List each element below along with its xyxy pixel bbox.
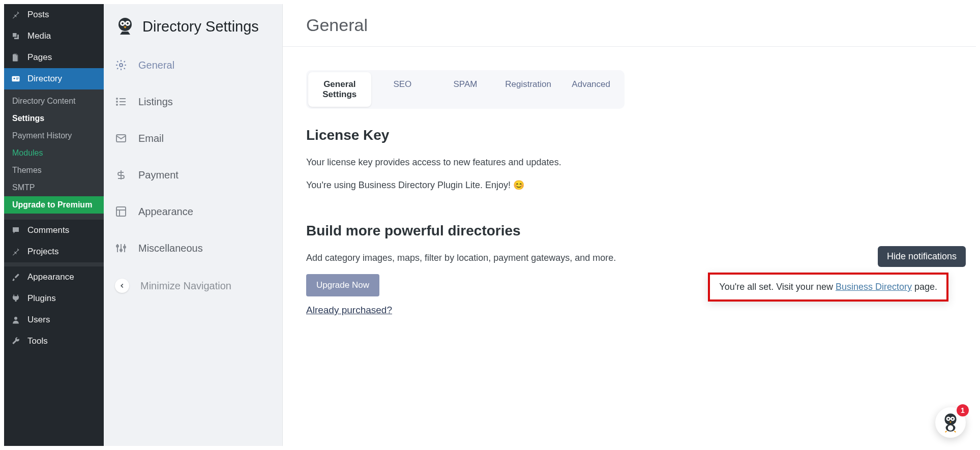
sidebar-label: Projects — [27, 247, 58, 257]
sidebar-label: Appearance — [27, 272, 74, 282]
layout-icon — [115, 205, 127, 218]
pin-icon — [10, 246, 21, 257]
sliders-icon — [115, 242, 127, 254]
business-directory-link[interactable]: Business Directory — [836, 282, 912, 292]
notification-text-prefix: You're all set. Visit your new — [719, 282, 836, 292]
notification-badge: 1 — [957, 404, 969, 416]
settings-nav-label: Email — [138, 133, 164, 144]
sidebar-item-users[interactable]: Users — [4, 309, 104, 331]
svg-point-30 — [947, 418, 949, 419]
settings-nav-label: Listings — [138, 96, 173, 108]
svg-point-12 — [116, 101, 117, 102]
comment-icon — [10, 225, 21, 236]
svg-point-9 — [127, 22, 129, 24]
sidebar-item-media[interactable]: Media — [4, 25, 104, 47]
settings-nav-label: General — [138, 59, 174, 71]
svg-rect-0 — [12, 76, 20, 82]
user-icon — [10, 314, 21, 325]
already-purchased-link[interactable]: Already purchased? — [306, 305, 392, 316]
upgrade-premium-link[interactable]: Upgrade to Premium — [4, 196, 104, 214]
tab-spam[interactable]: SPAM — [434, 72, 497, 107]
svg-rect-3 — [16, 79, 18, 79]
submenu-themes[interactable]: Themes — [4, 162, 104, 179]
sidebar-label: Directory — [27, 74, 62, 84]
svg-point-13 — [116, 104, 117, 105]
license-using: You're using Business Directory Plugin L… — [306, 178, 953, 192]
submenu-smtp[interactable]: SMTP — [4, 179, 104, 196]
dollar-icon — [115, 169, 127, 181]
svg-point-8 — [122, 22, 124, 24]
submenu-directory-content[interactable]: Directory Content — [4, 93, 104, 110]
svg-point-31 — [952, 418, 954, 419]
upgrade-now-button[interactable]: Upgrade Now — [306, 274, 379, 296]
sidebar-item-directory[interactable]: Directory — [4, 68, 104, 89]
sidebar-label: Comments — [27, 225, 69, 235]
sidebar-item-tools[interactable]: Tools — [4, 331, 104, 352]
svg-point-1 — [14, 78, 15, 79]
tab-seo[interactable]: SEO — [371, 72, 434, 107]
sidebar-label: Posts — [27, 10, 49, 20]
pages-icon — [10, 52, 21, 63]
tab-registration[interactable]: Registration — [497, 72, 560, 107]
sidebar-item-appearance[interactable]: Appearance — [4, 266, 104, 288]
pin-icon — [10, 9, 21, 20]
settings-nav-miscellaneous[interactable]: Miscellaneous — [104, 230, 282, 266]
settings-nav-appearance[interactable]: Appearance — [104, 193, 282, 230]
submenu-settings[interactable]: Settings — [4, 110, 104, 127]
media-icon — [10, 31, 21, 42]
settings-nav-label: Miscellaneous — [138, 243, 203, 254]
plug-icon — [10, 293, 21, 304]
svg-point-4 — [14, 317, 17, 320]
sidebar-label: Pages — [27, 52, 52, 63]
settings-header: Directory Settings — [104, 4, 282, 47]
minimize-navigation[interactable]: Minimize Navigation — [104, 266, 282, 305]
settings-nav-listings[interactable]: Listings — [104, 83, 282, 120]
minimize-label: Minimize Navigation — [140, 280, 231, 292]
main-content: General General Settings SEO SPAM Regist… — [283, 4, 976, 316]
settings-nav-label: Appearance — [138, 206, 193, 218]
svg-point-11 — [116, 98, 117, 99]
svg-point-33 — [948, 425, 954, 431]
chevron-left-icon — [115, 279, 129, 293]
license-desc: Your license key provides access to new … — [306, 156, 953, 169]
penguin-logo-icon — [115, 16, 135, 37]
submenu-modules[interactable]: Modules — [4, 144, 104, 162]
settings-nav-general[interactable]: General — [104, 47, 282, 83]
settings-sidebar: Directory Settings General Listings Emai… — [104, 4, 283, 446]
settings-nav-payment[interactable]: Payment — [104, 157, 282, 193]
list-icon — [115, 96, 127, 108]
wrench-icon — [10, 336, 21, 347]
build-desc: Add category images, maps, filter by loc… — [306, 251, 953, 265]
sidebar-item-projects[interactable]: Projects — [4, 241, 104, 262]
sidebar-label: Media — [27, 31, 51, 41]
sidebar-label: Plugins — [27, 293, 56, 304]
help-widget[interactable]: 1 — [935, 407, 966, 438]
sidebar-item-comments[interactable]: Comments — [4, 220, 104, 241]
page-title: General — [283, 4, 976, 47]
submenu-payment-history[interactable]: Payment History — [4, 127, 104, 144]
tab-advanced[interactable]: Advanced — [559, 72, 622, 107]
mail-icon — [115, 132, 127, 144]
settings-nav-email[interactable]: Email — [104, 120, 282, 157]
notification-callout: You're all set. Visit your new Business … — [708, 273, 948, 302]
svg-rect-2 — [16, 78, 19, 78]
sidebar-item-posts[interactable]: Posts — [4, 4, 104, 25]
svg-point-24 — [116, 245, 118, 247]
notification-text-suffix: page. — [912, 282, 937, 292]
gear-icon — [115, 59, 127, 71]
sidebar-item-pages[interactable]: Pages — [4, 47, 104, 68]
penguin-avatar-icon — [940, 412, 961, 433]
svg-point-25 — [120, 249, 122, 251]
svg-rect-18 — [116, 207, 126, 216]
sidebar-item-plugins[interactable]: Plugins — [4, 288, 104, 309]
tab-general-settings[interactable]: General Settings — [308, 72, 371, 107]
brush-icon — [10, 272, 21, 283]
sidebar-label: Tools — [27, 336, 48, 346]
svg-point-10 — [120, 64, 123, 67]
hide-notifications-button[interactable]: Hide notifications — [878, 246, 966, 267]
svg-point-26 — [124, 246, 126, 248]
id-card-icon — [10, 73, 21, 84]
settings-title: Directory Settings — [142, 18, 259, 35]
license-heading: License Key — [306, 127, 953, 143]
settings-tabs: General Settings SEO SPAM Registration A… — [306, 70, 625, 109]
